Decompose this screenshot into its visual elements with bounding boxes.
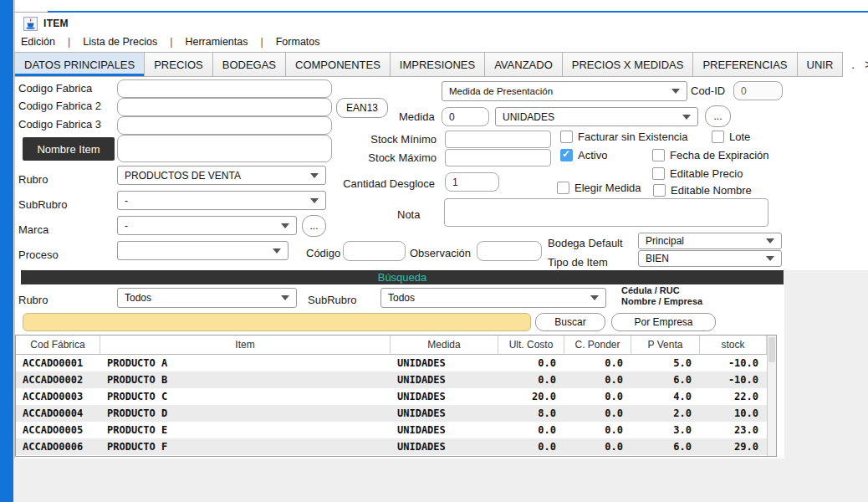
tab-scroll-prev-icon[interactable]: .: [851, 58, 855, 71]
search-hint: Cédula / RUC Nombre / Empresa: [621, 285, 702, 307]
table-cell: ACCADO0003: [16, 388, 100, 405]
menu-item-herramientas[interactable]: Herramientas: [185, 36, 248, 48]
search-input[interactable]: [23, 313, 531, 331]
checkbox-box: ✓: [652, 167, 665, 180]
fecha-expiracion-checkbox[interactable]: ✓ Fecha de Expiración: [652, 148, 769, 161]
column-header-c-ponder[interactable]: C. Ponder: [564, 336, 631, 354]
nombre-item-button[interactable]: Nombre Item: [23, 137, 115, 161]
proceso-label: Proceso: [18, 248, 59, 261]
tab-scroll-next-icon[interactable]: >: [865, 58, 868, 71]
tab-precios[interactable]: PRECIOS: [144, 52, 213, 77]
tab-datos-principales[interactable]: DATOS PRINCIPALES: [14, 52, 145, 77]
codigo-fabrica-input[interactable]: [117, 79, 332, 98]
table-cell: 3.0: [631, 422, 700, 438]
scrollbar-thumb[interactable]: [768, 337, 775, 362]
rubro-label: Rubro: [18, 173, 48, 186]
window-border-segment: [14, 12, 48, 13]
table-cell: 0.0: [498, 422, 564, 438]
menu-separator: |: [170, 36, 172, 48]
table-scrollbar[interactable]: [767, 336, 776, 456]
table-row[interactable]: ACCADO0004PRODUCTO DUNIDADES8.00.02.010.…: [16, 405, 776, 422]
table-row[interactable]: ACCADO0006PRODUCTO FUNIDADES0.00.06.029.…: [16, 438, 776, 455]
table-cell: UNIDADES: [391, 371, 498, 388]
subrubro-select[interactable]: -: [117, 191, 326, 210]
chevron-down-icon: [590, 295, 599, 300]
tab-avanzado[interactable]: AVANZADO: [484, 52, 563, 77]
table-cell: ACCADO0002: [16, 371, 100, 388]
table-cell: 0.0: [498, 371, 564, 388]
table-row[interactable]: ACCADO0005PRODUCTO EUNIDADES0.00.03.023.…: [16, 422, 776, 438]
buscar-button[interactable]: Buscar: [535, 313, 605, 331]
menu-item-edicion[interactable]: Edición: [21, 36, 55, 48]
cantidad-desgloce-label: Cantidad Desgloce: [338, 177, 435, 190]
checkbox-box: ✓: [560, 131, 573, 143]
column-header-stock[interactable]: stock: [700, 336, 767, 354]
subrubro-label: SubRubro: [18, 198, 68, 211]
codigo-fabrica-3-input[interactable]: [117, 116, 332, 135]
elegir-medida-checkbox[interactable]: ✓ Elegir Medida: [557, 181, 648, 194]
table-cell: 2.0: [631, 405, 700, 422]
tab-unir[interactable]: UNIR: [797, 52, 844, 77]
activo-checkbox[interactable]: ✓ Activo: [560, 148, 607, 161]
lote-checkbox[interactable]: ✓ Lote: [712, 130, 750, 143]
table-cell: UNIDADES: [391, 405, 498, 422]
table-cell: PRODUCTO B: [100, 371, 391, 388]
rubro-select[interactable]: PRODUCTOS DE VENTA: [117, 166, 326, 185]
tab-precios-x-medidas[interactable]: PRECIOS X MEDIDAS: [562, 52, 694, 77]
column-header-p-venta[interactable]: P Venta: [631, 336, 700, 354]
bodega-default-select[interactable]: Principal: [638, 233, 782, 249]
observacion-label: Observación: [410, 247, 471, 259]
medida-presentacion-select[interactable]: Medida de Presentación: [442, 81, 687, 101]
tab-componentes[interactable]: COMPONENTES: [285, 52, 391, 77]
table-row[interactable]: ACCADO0001PRODUCTO AUNIDADES0.00.05.0-10…: [16, 355, 776, 371]
table-cell: 0.0: [498, 438, 564, 455]
observacion-input[interactable]: [477, 241, 542, 261]
codigo-input[interactable]: [343, 241, 406, 261]
ean13-button[interactable]: EAN13: [336, 98, 388, 118]
stock-maximo-input[interactable]: [445, 149, 551, 166]
tab-preferencias[interactable]: PREFERENCIAS: [692, 52, 797, 77]
table-cell: ACCADO0004: [16, 405, 100, 422]
nota-textarea[interactable]: [444, 198, 768, 227]
column-header-cod-fabrica[interactable]: Cod Fábrica: [16, 336, 100, 354]
selected-value: -: [118, 195, 310, 207]
stock-maximo-label: Stock Máximo: [361, 151, 437, 164]
search-rubro-select[interactable]: Todos: [117, 288, 297, 308]
medida-qty-input[interactable]: [442, 107, 489, 126]
table-cell: 0.0: [564, 405, 631, 422]
facturar-sin-existencia-checkbox[interactable]: ✓ Facturar sin Existencia: [560, 130, 688, 143]
checkbox-box: ✓: [653, 184, 666, 197]
por-empresa-button[interactable]: Por Empresa: [611, 313, 716, 331]
tab-impresiones[interactable]: IMPRESIONES: [390, 52, 485, 77]
selected-value: Todos: [118, 292, 281, 304]
editable-precio-checkbox[interactable]: ✓ Editable Precio: [652, 166, 743, 180]
menu-item-lista-de-precios[interactable]: Lista de Precios: [83, 36, 157, 48]
table-header: Cod FábricaItemMedidaUlt. CostoC. Ponder…: [16, 336, 776, 355]
menu-item-formatos[interactable]: Formatos: [276, 36, 320, 48]
marca-select[interactable]: -: [117, 216, 297, 235]
table-row[interactable]: ACCADO0002PRODUCTO BUNIDADES0.00.06.0-10…: [16, 371, 776, 388]
medida-unit-select[interactable]: UNIDADES: [495, 107, 698, 126]
marca-more-button[interactable]: ...: [302, 215, 326, 237]
tipo-de-item-select[interactable]: BIEN: [638, 250, 782, 267]
chevron-down-icon: [273, 248, 281, 254]
table-cell: 0.0: [564, 438, 631, 455]
column-header-ult-costo[interactable]: Ult. Costo: [498, 336, 564, 354]
cantidad-desgloce-input[interactable]: [445, 172, 499, 192]
stock-minimo-label: Stock Mínimo: [363, 133, 437, 146]
table-row[interactable]: ACCADO0003PRODUCTO CUNIDADES20.00.04.022…: [16, 388, 776, 405]
column-header-item[interactable]: Item: [100, 336, 391, 354]
medida-more-button[interactable]: ...: [705, 105, 731, 127]
nombre-item-input[interactable]: [117, 135, 332, 162]
search-subrubro-select[interactable]: Todos: [380, 288, 606, 308]
editable-nombre-checkbox[interactable]: ✓ Editable Nombre: [653, 183, 752, 197]
proceso-select[interactable]: [117, 241, 288, 260]
codigo-fabrica-2-input[interactable]: [117, 98, 332, 116]
selected-value: PRODUCTOS DE VENTA: [118, 170, 310, 182]
table-cell: UNIDADES: [391, 438, 498, 455]
tab-bodegas[interactable]: BODEGAS: [212, 52, 286, 77]
table-cell: 8.0: [498, 405, 564, 422]
stock-minimo-input[interactable]: [445, 131, 551, 148]
checkbox-box: ✓: [557, 182, 569, 194]
column-header-medida[interactable]: Medida: [391, 336, 498, 354]
